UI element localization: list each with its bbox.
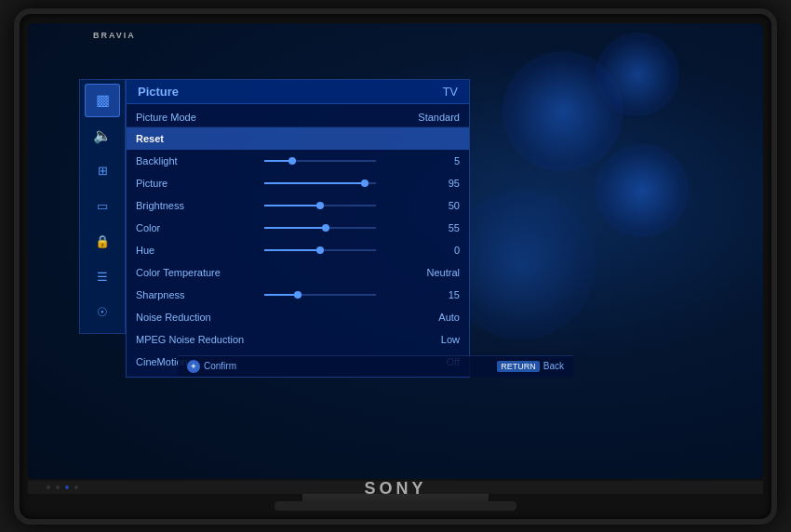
picture-mode-value: Standard	[418, 112, 460, 123]
backlight-value: 5	[454, 155, 460, 166]
sidebar: ▩ 🔈 ⊞ ▭ 🔒 ☰ ☉	[79, 79, 126, 334]
backlight-slider[interactable]	[264, 160, 376, 162]
sidebar-item-extra[interactable]: ☉	[85, 296, 120, 329]
tv-screen: BRAVIA ▩ 🔈 ⊞ ▭ 🔒 ☰	[28, 23, 763, 479]
color-temp-value: Neutral	[427, 267, 460, 278]
row-brightness[interactable]: Brightness 50	[127, 194, 469, 217]
tv-screen-bezel: BRAVIA ▩ 🔈 ⊞ ▭ 🔒 ☰	[28, 23, 763, 479]
sharpness-value: 15	[449, 289, 460, 300]
sidebar-item-channel[interactable]: ⊞	[85, 154, 120, 188]
menu-header: Picture TV	[127, 80, 469, 104]
sidebar-item-list[interactable]: ☰	[85, 260, 120, 294]
bravia-logo: BRAVIA	[93, 31, 136, 40]
sharpness-slider[interactable]	[264, 294, 376, 296]
channel-icon: ⊞	[98, 164, 108, 178]
color-label: Color	[136, 222, 257, 233]
row-hue[interactable]: Hue 0	[127, 239, 469, 261]
sidebar-item-display[interactable]: ▭	[85, 190, 120, 223]
sharpness-label: Sharpness	[136, 289, 257, 300]
return-badge: RETURN	[497, 361, 540, 372]
decor-circle-2	[596, 33, 679, 116]
row-picture[interactable]: Picture 95	[127, 172, 469, 194]
mpeg-noise-value: Low	[441, 334, 460, 345]
brightness-value: 50	[449, 200, 460, 211]
brightness-label: Brightness	[136, 200, 257, 211]
back-area[interactable]: RETURN Back	[497, 361, 564, 372]
indicator-dot-3	[74, 485, 78, 489]
row-noise-reduction[interactable]: Noise Reduction Auto	[127, 306, 469, 328]
color-value: 55	[449, 222, 460, 233]
hue-value: 0	[454, 245, 460, 256]
tv-stand	[302, 494, 489, 511]
row-color[interactable]: Color 55	[127, 217, 469, 239]
row-backlight[interactable]: Backlight 5	[127, 150, 469, 172]
color-temp-label: Color Temperature	[136, 267, 257, 278]
bottom-bar: + Confirm RETURN Back	[178, 355, 573, 377]
sidebar-item-picture[interactable]: ▩	[85, 84, 120, 117]
display-icon: ▭	[97, 199, 108, 213]
confirm-icon: +	[187, 360, 200, 373]
picture-slider[interactable]	[264, 182, 376, 184]
picture-mode-row[interactable]: Picture Mode Standard	[127, 108, 469, 127]
noise-reduction-value: Auto	[438, 312, 460, 323]
indicator-dot-1	[47, 485, 50, 489]
mpeg-noise-label: MPEG Noise Reduction	[136, 334, 257, 345]
menu-content: Picture Mode Standard Reset Backlight	[127, 104, 469, 377]
brightness-slider[interactable]	[264, 205, 376, 206]
sound-icon: 🔈	[93, 126, 112, 144]
list-icon: ☰	[97, 270, 108, 284]
picture-icon: ▩	[96, 91, 110, 109]
sidebar-item-lock[interactable]: 🔒	[85, 225, 120, 259]
confirm-label: Confirm	[204, 361, 236, 371]
picture-mode-label: Picture Mode	[136, 112, 418, 123]
picture-label: Picture	[136, 178, 257, 189]
sidebar-item-sound[interactable]: 🔈	[85, 119, 120, 153]
hue-label: Hue	[136, 245, 257, 256]
menu-title: Picture	[138, 85, 179, 99]
back-label: Back	[543, 361, 564, 371]
row-sharpness[interactable]: Sharpness 15	[127, 284, 469, 306]
tv-outer: BRAVIA ▩ 🔈 ⊞ ▭ 🔒 ☰	[14, 8, 777, 525]
lock-icon: 🔒	[95, 234, 110, 248]
noise-reduction-label: Noise Reduction	[136, 312, 257, 323]
picture-value: 95	[449, 178, 460, 189]
menu-panel: Picture TV Picture Mode Standard Reset	[126, 79, 470, 378]
reset-label: Reset	[136, 133, 460, 144]
reset-row[interactable]: Reset	[127, 127, 469, 150]
row-mpeg-noise[interactable]: MPEG Noise Reduction Low	[127, 328, 469, 351]
row-color-temperature[interactable]: Color Temperature Neutral	[127, 261, 469, 284]
backlight-label: Backlight	[136, 155, 257, 166]
indicator-dot-blue	[65, 485, 69, 489]
extra-icon: ☉	[97, 305, 108, 319]
menu-source: TV	[442, 85, 458, 99]
indicator-dot-2	[56, 485, 60, 489]
decor-circle-3	[596, 144, 689, 237]
hue-slider[interactable]	[264, 249, 376, 251]
confirm-button[interactable]: + Confirm	[187, 360, 236, 373]
color-slider[interactable]	[264, 227, 376, 229]
